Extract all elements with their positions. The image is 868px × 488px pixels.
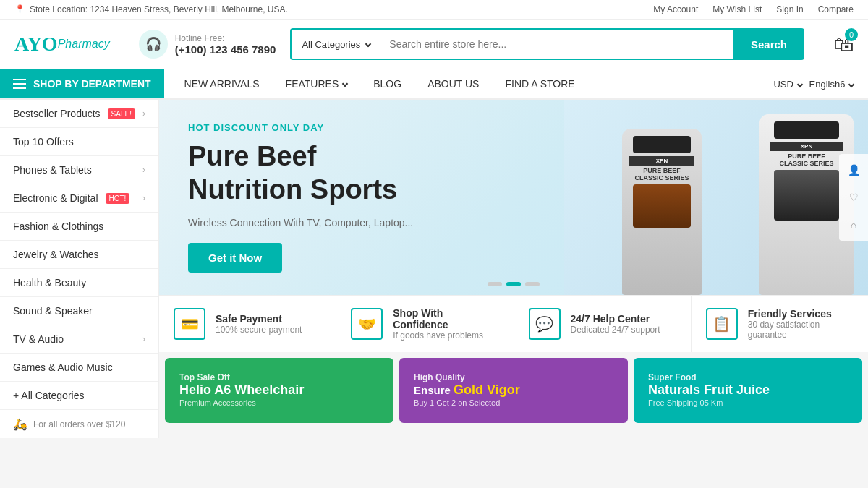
search-button[interactable]: Search xyxy=(733,28,804,60)
hot-badge: HOT! xyxy=(106,193,130,204)
support-icon: 💬 xyxy=(529,308,561,340)
cart-icon[interactable]: 🛍 0 xyxy=(833,33,854,56)
hero-dot-1[interactable] xyxy=(488,282,502,286)
chevron-down-icon xyxy=(796,82,802,87)
feature-help-desc: Dedicated 24/7 support xyxy=(571,325,660,335)
feature-confidence-title: Shop With Confidence xyxy=(393,307,498,330)
promo-title-2: Ensure Gold Vigor xyxy=(414,382,613,398)
sidebar-item-electronic[interactable]: Electronic & Digital HOT! › xyxy=(0,184,158,213)
sidebar-item-fashion[interactable]: Fashion & Clothings xyxy=(0,213,158,241)
promo-cards: Top Sale Off Helio A6 Wheelchair Premium… xyxy=(159,352,868,429)
sidebar-all-categories[interactable]: + All Categories xyxy=(0,382,158,410)
main-layout: Bestseller Products SALE! › Top 10 Offer… xyxy=(0,100,868,438)
nav-about-us[interactable]: ABOUT US xyxy=(414,69,492,98)
sidebar-item-phones[interactable]: Phones & Tablets › xyxy=(0,156,158,184)
shop-dept-label: SHOP BY DEPARTMENT xyxy=(33,78,151,90)
nav-blog[interactable]: BLOG xyxy=(360,69,414,98)
hero-text: HOT DiScount ONLY DAY Pure Beef Nutritio… xyxy=(188,122,413,272)
top-links: My Account My Wish List Sign In Compare xyxy=(653,4,854,14)
nav-find-store[interactable]: FIND A STORE xyxy=(492,69,587,98)
nav-new-arrivals[interactable]: NEW ARRIVALS xyxy=(171,69,273,98)
hero-title-line1: Pure Beef xyxy=(188,141,316,171)
features-bar: 💳 Safe Payment 100% secure payment 🤝 Sho… xyxy=(159,295,868,352)
sidebar-item-tv[interactable]: TV & Audio › xyxy=(0,325,158,354)
nav-features[interactable]: FEATURES xyxy=(273,69,361,98)
sale-badge: SALE! xyxy=(108,108,135,119)
promo-desc-2: Buy 1 Get 2 on Selected xyxy=(414,398,613,407)
features-label: FEATURES xyxy=(286,78,339,90)
language-selector[interactable]: English6 xyxy=(809,79,854,90)
feature-friendly-title: Friendly Services xyxy=(748,308,854,320)
hero-image: XPN PURE BEEFCLASSIC SERIES XPN PURE BEE… xyxy=(564,100,868,295)
chevron-down-icon xyxy=(342,81,348,87)
location-text: Stote Location: 1234 Heaven Stress, Beve… xyxy=(30,4,288,14)
promo-tag-3: Super Food xyxy=(648,372,848,382)
feature-friendly-text: Friendly Services 30 day satisfaction gu… xyxy=(748,308,854,340)
sidebar-item-left: Bestseller Products SALE! xyxy=(13,108,135,119)
heart-side-icon[interactable]: ♡ xyxy=(842,186,865,209)
promo-tag-2: High Quality xyxy=(414,372,613,382)
headset-icon: 🎧 xyxy=(139,30,168,59)
promo-gold: Gold Vigor xyxy=(454,382,520,397)
language-label: English6 xyxy=(809,79,846,90)
top-bar: 📍 Stote Location: 1234 Heaven Stress, Be… xyxy=(0,0,868,20)
promo-card-ensure[interactable]: High Quality Ensure Gold Vigor Buy 1 Get… xyxy=(399,358,628,423)
sidebar-item-jewelry[interactable]: Jewelry & Watches xyxy=(0,241,158,269)
sidebar-item-sound[interactable]: Sound & Speaker xyxy=(0,297,158,325)
sign-in-link[interactable]: Sign In xyxy=(776,4,803,14)
hero-subtitle: Wireless Connection With TV, Computer, L… xyxy=(188,217,413,228)
payment-icon: 💳 xyxy=(174,308,205,340)
home-side-icon[interactable]: ⌂ xyxy=(842,213,865,236)
hotline: 🎧 Hotline Free: (+100) 123 456 7890 xyxy=(139,30,276,59)
my-account-link[interactable]: My Account xyxy=(653,4,698,14)
sidebar-item-games[interactable]: Games & Audio Music xyxy=(0,354,158,382)
logo[interactable]: AYO Pharmacy xyxy=(14,33,110,56)
confidence-icon: 🤝 xyxy=(351,308,383,340)
promo-desc-3: Free Shipping 05 Km xyxy=(648,398,848,407)
hero-dot-2[interactable] xyxy=(506,282,521,286)
promo-card-juice[interactable]: Super Food Naturals Fruit Juice Free Shi… xyxy=(634,358,862,423)
chevron-right-icon: › xyxy=(142,193,145,203)
main-nav: SHOP BY DEPARTMENT NEW ARRIVALS FEATURES… xyxy=(0,69,868,100)
sidebar-label-fashion: Fashion & Clothings xyxy=(13,221,103,232)
hotline-label: Hotline Free: xyxy=(175,33,276,43)
hotline-number: (+100) 123 456 7890 xyxy=(175,43,276,56)
chevron-down-icon xyxy=(848,82,854,87)
sidebar-item-left: Electronic & Digital HOT! xyxy=(13,192,129,204)
promo-card-wheelchair[interactable]: Top Sale Off Helio A6 Wheelchair Premium… xyxy=(165,358,393,423)
hero-title-line2: Nutrition Sports xyxy=(188,174,397,205)
location-bar: 📍 Stote Location: 1234 Heaven Stress, Be… xyxy=(14,4,288,14)
user-side-icon[interactable]: 👤 xyxy=(842,158,865,181)
sidebar-label-top10: Top 10 Offers xyxy=(13,136,74,147)
promo-title-1: Helio A6 Wheelchair xyxy=(179,382,379,398)
hero-title: Pure Beef Nutrition Sports xyxy=(188,140,413,206)
promo-ensure: Ensure xyxy=(414,384,451,396)
protein-can-1: XPN PURE BEEFCLASSIC SERIES xyxy=(622,129,702,295)
promo-text: For all orders over $120 xyxy=(33,419,125,429)
search-input[interactable] xyxy=(380,28,733,60)
wish-list-link[interactable]: My Wish List xyxy=(712,4,762,14)
feature-confidence-desc: If goods have problems xyxy=(393,330,498,341)
currency-selector[interactable]: USD xyxy=(773,79,801,90)
hero-cta-button[interactable]: Get it Now xyxy=(188,243,282,273)
sidebar-item-health[interactable]: Health & Beauty xyxy=(0,269,158,297)
services-icon: 📋 xyxy=(706,308,738,340)
currency-label: USD xyxy=(773,79,793,90)
hamburger-icon xyxy=(13,79,26,89)
main-content: HOT DiScount ONLY DAY Pure Beef Nutritio… xyxy=(159,100,868,438)
hero-product-image: XPN PURE BEEFCLASSIC SERIES XPN PURE BEE… xyxy=(564,100,868,295)
hero-dot-3[interactable] xyxy=(525,282,540,286)
feature-help-text: 24/7 Help Center Dedicated 24/7 support xyxy=(571,313,660,335)
sidebar-label-tv: TV & Audio xyxy=(13,333,64,345)
sidebar-label-health: Health & Beauty xyxy=(13,277,86,288)
promo-desc-1: Premium Accessories xyxy=(179,398,379,407)
compare-link[interactable]: Compare xyxy=(818,4,854,14)
sidebar: Bestseller Products SALE! › Top 10 Offer… xyxy=(0,100,159,438)
sidebar-label-electronic: Electronic & Digital xyxy=(13,192,98,204)
sidebar-item-top10[interactable]: Top 10 Offers xyxy=(0,128,158,156)
search-category-dropdown[interactable]: All Categories xyxy=(290,28,380,60)
shop-by-department[interactable]: SHOP BY DEPARTMENT xyxy=(0,69,164,98)
promo-title-3: Naturals Fruit Juice xyxy=(648,382,848,398)
nav-right: USD English6 xyxy=(773,79,868,90)
sidebar-item-bestseller[interactable]: Bestseller Products SALE! › xyxy=(0,100,158,128)
